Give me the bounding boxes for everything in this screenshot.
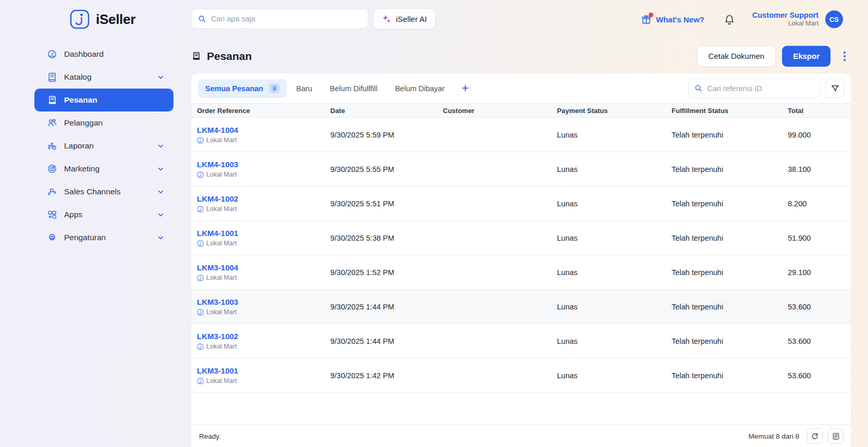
page-title: Pesanan: [207, 50, 252, 63]
gift-icon: [641, 15, 651, 24]
fulfillment-status: Telah terpenuhi: [666, 371, 782, 380]
tab-baru[interactable]: Baru: [287, 84, 321, 93]
order-total: 53.600: [782, 371, 851, 380]
fulfillment-status: Telah terpenuhi: [666, 303, 782, 311]
sidebar-item-label: Dashboard: [64, 49, 164, 59]
table-row[interactable]: LKM3-1004Lokal Mart9/30/2025 1:52 PMLuna…: [191, 255, 851, 290]
status-bar: Ready. Memuat 8 dari 8: [191, 425, 851, 447]
order-date: 9/30/2025 5:51 PM: [325, 200, 437, 208]
reference-search-input[interactable]: [707, 84, 814, 93]
payment-status: Lunas: [551, 165, 666, 173]
store-label: Lokal Mart: [197, 274, 325, 281]
chevron-down-icon: [157, 74, 164, 81]
store-icon: [197, 343, 204, 350]
order-reference-link[interactable]: LKM3-1004: [197, 263, 325, 272]
column-header[interactable]: Payment Status: [551, 107, 666, 115]
reports-icon: [47, 141, 57, 151]
table-row[interactable]: LKM3-1001Lokal Mart9/30/2025 1:42 PMLuna…: [191, 358, 851, 393]
column-header[interactable]: Total: [782, 107, 851, 115]
order-reference-link[interactable]: LKM4-1002: [197, 194, 325, 203]
store-icon: [197, 275, 204, 281]
table-row[interactable]: LKM4-1004Lokal Mart9/30/2025 5:59 PMLuna…: [191, 118, 851, 152]
account-store: Lokal Mart: [752, 20, 819, 28]
column-header[interactable]: Date: [325, 107, 437, 115]
order-reference-link[interactable]: LKM4-1001: [197, 229, 325, 238]
sidebar-item-katalog[interactable]: Katalog: [34, 66, 173, 89]
app-window: iSeller iSeller AI: [0, 0, 868, 447]
export-button[interactable]: Ekspor: [782, 46, 830, 67]
column-header[interactable]: Customer: [437, 107, 551, 115]
dashboard-icon: [47, 49, 57, 59]
sidebar-item-label: Pelanggan: [64, 118, 164, 128]
tab-belum-difullfill[interactable]: Belum Difullfill: [321, 84, 386, 93]
tab-semua-pesanan[interactable]: Semua Pesanan 8: [198, 79, 287, 98]
search-icon: [695, 84, 702, 93]
table-row[interactable]: LKM4-1003Lokal Mart9/30/2025 5:55 PMLuna…: [191, 152, 851, 187]
status-text: Ready.: [199, 432, 221, 440]
chevron-down-icon: [157, 143, 164, 150]
iseller-logo-icon: [69, 9, 90, 30]
page-header: Pesanan Cetak Dokumen Ekspor: [185, 39, 868, 73]
view-options-button[interactable]: [828, 428, 844, 444]
store-label: Lokal Mart: [197, 343, 325, 350]
print-documents-button[interactable]: Cetak Dokumen: [697, 46, 776, 67]
global-search[interactable]: [191, 9, 368, 29]
add-tab-button[interactable]: +: [462, 82, 468, 94]
avatar[interactable]: CS: [825, 10, 843, 28]
tabs-row: Semua Pesanan 8 Baru Belum Difullfill Be…: [191, 73, 851, 103]
sidebar-item-pengaturan[interactable]: Pengaturan: [34, 226, 173, 249]
column-header[interactable]: Order Reference: [191, 107, 325, 115]
table-row[interactable]: LKM4-1001Lokal Mart9/30/2025 5:38 PMLuna…: [191, 221, 851, 255]
iseller-ai-label: iSeller AI: [396, 15, 427, 23]
order-date: 9/30/2025 5:59 PM: [325, 131, 437, 139]
iseller-ai-button[interactable]: iSeller AI: [373, 8, 436, 29]
order-reference-link[interactable]: LKM4-1003: [197, 160, 325, 169]
table-row[interactable]: LKM3-1002Lokal Mart9/30/2025 1:44 PMLuna…: [191, 324, 851, 358]
whats-new-label: What's New?: [656, 15, 704, 24]
orders-card: Semua Pesanan 8 Baru Belum Difullfill Be…: [191, 73, 851, 447]
column-header[interactable]: Fulfillment Status: [666, 107, 782, 115]
table-header: Order Reference Date Customer Payment St…: [191, 103, 851, 118]
payment-status: Lunas: [551, 337, 666, 345]
order-date: 9/30/2025 1:44 PM: [325, 303, 437, 311]
account-menu[interactable]: Customer Support Lokal Mart: [752, 10, 819, 28]
customers-icon: [47, 118, 57, 128]
reference-search[interactable]: [688, 79, 820, 98]
sidebar-item-sales-channels[interactable]: Sales Channels: [34, 180, 173, 203]
table-row[interactable]: LKM3-1003Lokal Mart9/30/2025 1:44 PMLuna…: [191, 290, 851, 324]
sidebar-item-label: Apps: [64, 210, 151, 219]
order-reference-link[interactable]: LKM3-1002: [197, 332, 325, 341]
refresh-icon: [811, 432, 819, 440]
table-row[interactable]: LKM4-1002Lokal Mart9/30/2025 5:51 PMLuna…: [191, 187, 851, 221]
sidebar-item-dashboard[interactable]: Dashboard: [34, 43, 173, 66]
sidebar-item-pelanggan[interactable]: Pelanggan: [34, 111, 173, 134]
whats-new-button[interactable]: What's New?: [641, 15, 704, 24]
order-reference-link[interactable]: LKM3-1003: [197, 297, 325, 306]
chevron-down-icon: [157, 212, 164, 218]
sparkle-icon: [382, 14, 391, 23]
chevron-down-icon: [157, 189, 164, 195]
sidebar-item-apps[interactable]: Apps: [34, 203, 173, 226]
settings-gear-icon: [47, 232, 57, 243]
sidebar-item-marketing[interactable]: Marketing: [34, 157, 173, 180]
order-reference-link[interactable]: LKM4-1004: [197, 126, 325, 134]
store-label: Lokal Mart: [197, 136, 325, 144]
order-reference-link[interactable]: LKM3-1001: [197, 366, 325, 375]
sidebar-item-label: Pesanan: [64, 95, 164, 105]
order-date: 9/30/2025 5:38 PM: [325, 234, 437, 242]
brand-logo[interactable]: iSeller: [69, 9, 135, 30]
more-options-icon[interactable]: [838, 46, 851, 67]
refresh-button[interactable]: [807, 428, 823, 444]
filter-button[interactable]: [825, 79, 845, 98]
global-search-input[interactable]: [211, 15, 362, 23]
store-icon: [197, 137, 204, 144]
account-name: Customer Support: [752, 10, 819, 20]
notifications-bell-icon[interactable]: [724, 14, 735, 25]
sidebar-item-laporan[interactable]: Laporan: [34, 134, 173, 157]
sidebar-item-label: Laporan: [64, 141, 151, 151]
store-label: Lokal Mart: [197, 240, 325, 247]
top-bar: iSeller iSeller AI: [0, 0, 868, 39]
sidebar-item-pesanan[interactable]: Pesanan: [34, 89, 173, 111]
tab-belum-dibayar[interactable]: Belum Dibayar: [386, 84, 453, 93]
payment-status: Lunas: [551, 200, 666, 208]
